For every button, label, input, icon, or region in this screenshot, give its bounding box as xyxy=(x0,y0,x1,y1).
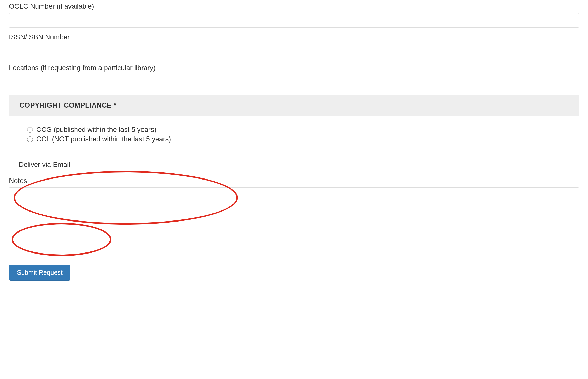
form-group-locations: Locations (if requesting from a particul… xyxy=(9,64,579,89)
deliver-via-email-row[interactable]: Deliver via Email xyxy=(9,161,579,169)
copyright-compliance-panel: COPYRIGHT COMPLIANCE * CCG (published wi… xyxy=(9,95,579,153)
notes-textarea[interactable] xyxy=(9,187,579,250)
copyright-radio-ccg[interactable] xyxy=(27,127,33,133)
copyright-radio-ccg-label: CCG (published within the last 5 years) xyxy=(36,126,156,134)
copyright-option-ccg[interactable]: CCG (published within the last 5 years) xyxy=(27,126,572,134)
oclc-input[interactable] xyxy=(9,13,579,28)
form-group-oclc: OCLC Number (if available) xyxy=(9,3,579,28)
copyright-option-ccl[interactable]: CCL (NOT published within the last 5 yea… xyxy=(27,135,572,143)
issn-isbn-label: ISSN/ISBN Number xyxy=(9,33,579,41)
copyright-panel-header-text: COPYRIGHT COMPLIANCE * xyxy=(19,101,117,109)
notes-label: Notes xyxy=(9,177,579,185)
deliver-via-email-label: Deliver via Email xyxy=(19,161,70,169)
oclc-label: OCLC Number (if available) xyxy=(9,3,579,10)
form-group-notes: Notes xyxy=(9,177,579,251)
copyright-panel-header: COPYRIGHT COMPLIANCE * xyxy=(9,95,579,116)
submit-request-button[interactable]: Submit Request xyxy=(9,265,70,281)
issn-isbn-input[interactable] xyxy=(9,44,579,58)
copyright-radio-ccl[interactable] xyxy=(27,136,33,142)
copyright-panel-body: CCG (published within the last 5 years) … xyxy=(9,116,579,153)
deliver-via-email-checkbox[interactable] xyxy=(9,162,15,168)
form-group-issn-isbn: ISSN/ISBN Number xyxy=(9,33,579,58)
copyright-radio-ccl-label: CCL (NOT published within the last 5 yea… xyxy=(36,135,171,143)
locations-input[interactable] xyxy=(9,75,579,89)
locations-label: Locations (if requesting from a particul… xyxy=(9,64,579,72)
